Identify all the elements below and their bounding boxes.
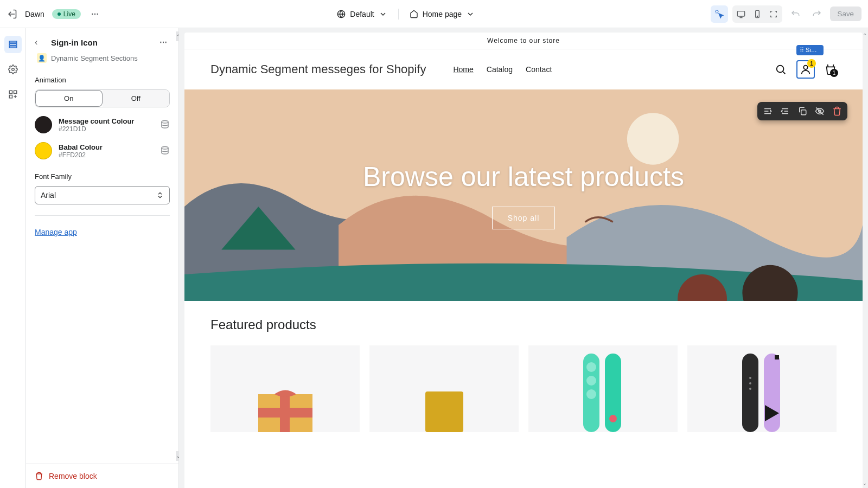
product-card[interactable] <box>369 345 519 432</box>
cart-icon[interactable]: 1 <box>825 63 837 75</box>
svg-rect-7 <box>9 46 17 48</box>
viewport-selector[interactable]: Default <box>337 10 387 18</box>
product-card[interactable] <box>210 345 360 432</box>
mobile-icon[interactable] <box>750 7 765 22</box>
topbar: Dawn Live ⋯ Default Home page Save <box>0 0 868 28</box>
delete-icon[interactable] <box>832 106 842 116</box>
sections-icon[interactable] <box>4 36 22 53</box>
save-button[interactable]: Save <box>830 7 861 21</box>
hero-illustration <box>184 89 863 301</box>
color-row-babal[interactable]: Babal Colour #FFD202 <box>35 142 170 159</box>
svg-rect-9 <box>9 91 12 93</box>
divider <box>398 9 399 20</box>
trash-icon <box>35 472 43 480</box>
product-grid <box>210 345 837 432</box>
settings-icon[interactable] <box>4 61 22 78</box>
page-selector[interactable]: Home page <box>410 10 475 18</box>
font-family-label: Font Family <box>35 172 170 181</box>
sidebar-footer: Remove block <box>26 464 178 488</box>
fullscreen-icon[interactable] <box>766 7 781 22</box>
svg-point-8 <box>11 68 14 71</box>
svg-rect-29 <box>425 391 463 432</box>
preview-area: Welcome to our store Dynamic Segment mes… <box>179 28 868 488</box>
left-rail <box>0 28 26 488</box>
font-family-select[interactable]: Arial <box>35 186 170 204</box>
svg-point-33 <box>586 389 596 399</box>
main: ⌃ ‹ Sign-in Icon ⋯ 👤 Dynamic Segment Sec… <box>0 28 868 488</box>
store-title: Dynamic Segment messeges for Shopify <box>210 62 426 76</box>
back-icon[interactable]: ‹ <box>35 37 46 47</box>
manage-app-link[interactable]: Manage app <box>35 228 77 236</box>
panel-subtitle-row: 👤 Dynamic Segment Sections <box>37 53 170 63</box>
viewport-label: Default <box>350 10 374 18</box>
panel-more-icon[interactable]: ⋯ <box>157 36 170 49</box>
svg-rect-11 <box>9 95 12 98</box>
scroll-down-icon[interactable]: ⌃ <box>863 480 867 486</box>
account-badge: 1 <box>807 59 816 68</box>
account-icon-selected[interactable]: Si… 1 <box>796 60 815 79</box>
svg-rect-2 <box>737 11 744 16</box>
topbar-left: Dawn Live ⋯ <box>7 8 101 21</box>
chevron-updown-icon <box>156 191 164 199</box>
svg-rect-16 <box>801 110 806 115</box>
color-row-message[interactable]: Message count Colour #221D1D <box>35 116 170 133</box>
dynamic-source-icon[interactable] <box>160 146 170 156</box>
nav-home[interactable]: Home <box>453 65 473 74</box>
move-down-icon[interactable] <box>780 106 790 116</box>
featured-title: Featured products <box>210 317 837 332</box>
remove-block-button[interactable]: Remove block <box>35 472 170 480</box>
desktop-icon[interactable] <box>733 7 749 22</box>
exit-icon[interactable] <box>7 9 17 20</box>
product-image <box>573 351 633 432</box>
undo-icon[interactable] <box>787 5 804 23</box>
store-nav: Home Catalog Contact <box>453 65 552 74</box>
color-swatch <box>35 142 52 159</box>
animation-on-button[interactable]: On <box>35 90 103 107</box>
animation-off-button[interactable]: Off <box>103 90 170 107</box>
panel-title: Sign-in Icon <box>51 38 98 47</box>
svg-point-14 <box>777 66 784 73</box>
svg-rect-5 <box>9 41 17 43</box>
cart-badge: 1 <box>830 69 838 77</box>
page-label: Home page <box>423 10 462 18</box>
move-up-icon[interactable] <box>763 106 773 116</box>
svg-point-19 <box>627 113 679 164</box>
scroll-up-icon[interactable]: ⌃ <box>863 33 867 38</box>
nav-catalog[interactable]: Catalog <box>487 65 513 74</box>
color-swatch <box>35 116 52 133</box>
hero-section: Browse our latest products Shop all <box>184 89 863 301</box>
app-block-icon: 👤 <box>37 53 47 63</box>
hide-icon[interactable] <box>815 106 825 116</box>
svg-point-12 <box>162 121 168 124</box>
selection-tag: Si… <box>796 45 824 55</box>
color-name: Message count Colour <box>59 117 154 125</box>
preview-frame: Welcome to our store Dynamic Segment mes… <box>184 33 863 488</box>
svg-point-37 <box>749 377 751 379</box>
svg-rect-1 <box>716 10 718 13</box>
svg-point-15 <box>803 66 807 69</box>
svg-rect-10 <box>14 91 16 93</box>
hero-cta-button[interactable]: Shop all <box>492 207 556 229</box>
product-card[interactable] <box>528 345 678 432</box>
duplicate-icon[interactable] <box>797 106 807 116</box>
section-toolbar <box>757 102 847 120</box>
search-icon[interactable] <box>775 63 787 75</box>
dynamic-source-icon[interactable] <box>160 120 170 130</box>
device-switcher <box>732 5 782 23</box>
redo-icon[interactable] <box>808 5 826 23</box>
product-card[interactable] <box>687 345 837 432</box>
status-badge: Live <box>52 9 81 19</box>
hero-title: Browse our latest products <box>363 161 684 192</box>
svg-point-35 <box>609 415 617 422</box>
svg-point-38 <box>749 382 751 384</box>
apps-icon[interactable] <box>4 86 22 103</box>
more-menu-icon[interactable]: ⋯ <box>88 8 101 21</box>
nav-contact[interactable]: Contact <box>526 65 552 74</box>
svg-point-13 <box>162 147 168 150</box>
store-header: Dynamic Segment messeges for Shopify Hom… <box>184 49 863 89</box>
svg-rect-6 <box>9 44 17 46</box>
product-image <box>732 351 792 432</box>
announcement-bar: Welcome to our store <box>184 33 863 49</box>
inspector-icon[interactable] <box>711 5 728 23</box>
svg-point-32 <box>586 376 596 386</box>
